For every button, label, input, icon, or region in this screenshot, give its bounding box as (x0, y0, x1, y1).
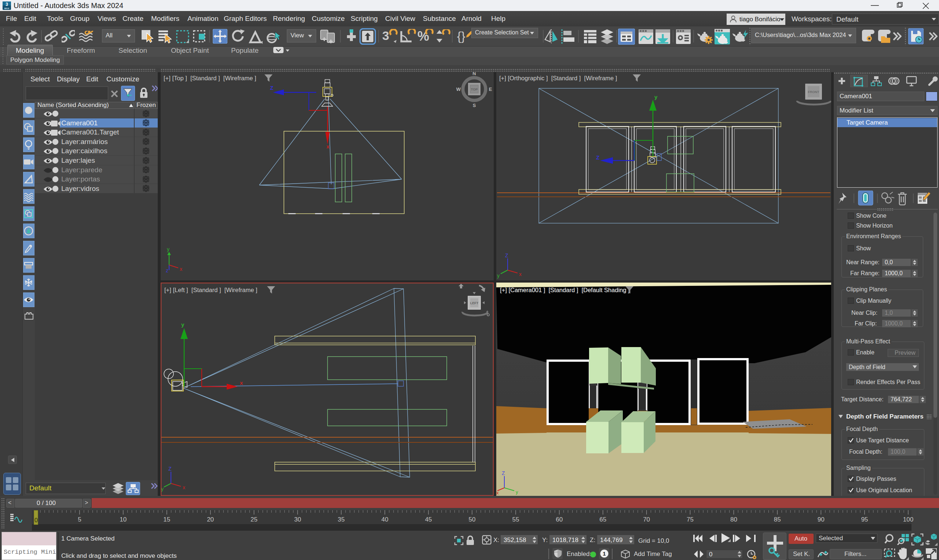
svg-text:x: x (183, 485, 185, 490)
svg-text:y: y (167, 246, 170, 252)
svg-text:40: 40 (381, 516, 389, 523)
svg-text:Z: Z (505, 252, 508, 258)
svg-text:Z: Z (270, 85, 273, 91)
svg-text:x: x (496, 490, 499, 495)
svg-text:70: 70 (643, 516, 650, 523)
svg-text:100: 100 (903, 516, 913, 523)
svg-text:x: x (240, 380, 243, 386)
svg-text:y: y (654, 94, 658, 100)
svg-text:50: 50 (469, 516, 476, 523)
svg-text:LEFT: LEFT (470, 301, 479, 305)
svg-text:45: 45 (425, 516, 432, 523)
svg-text:S: S (473, 103, 476, 108)
svg-text:35: 35 (338, 516, 345, 523)
svg-text:65: 65 (599, 516, 606, 523)
svg-text:TOP: TOP (471, 88, 478, 91)
svg-text:20: 20 (207, 516, 214, 523)
svg-text:75: 75 (687, 516, 694, 523)
svg-text:{}: {} (457, 29, 466, 43)
svg-text:25: 25 (251, 516, 257, 523)
svg-text:x: x (180, 266, 182, 272)
svg-text:MAX: MAX (5, 7, 9, 9)
svg-text:90: 90 (817, 516, 825, 523)
svg-text:z: z (166, 268, 168, 274)
svg-text:Z: Z (596, 154, 599, 160)
svg-text:55: 55 (512, 516, 519, 523)
svg-text:N: N (472, 72, 476, 76)
svg-text:95: 95 (861, 516, 868, 523)
svg-text:30: 30 (294, 516, 301, 523)
svg-text:10: 10 (120, 516, 126, 523)
svg-text:[+] [Camera001 ] [Standard ]: [+] [Camera001 ] [Standard ] [Default Sh… (500, 286, 630, 293)
svg-text:W: W (456, 86, 461, 92)
svg-text:1: 1 (603, 551, 606, 557)
svg-text:y: y (516, 489, 518, 495)
svg-text:[+] [Top ] [Standard ] [Wire: [+] [Top ] [Standard ] [Wireframe ] (163, 75, 256, 82)
svg-text:3: 3 (382, 29, 389, 43)
svg-text:%: % (418, 29, 429, 44)
svg-text:[+] [Orthographic ] [Standard: [+] [Orthographic ] [Standard ] [Wirefra… (499, 75, 617, 82)
svg-text:[+] [Left ] [Standard ] [Wir: [+] [Left ] [Standard ] [Wireframe ] (164, 286, 257, 293)
svg-text:3: 3 (6, 2, 8, 7)
svg-text:y: y (497, 273, 500, 278)
svg-text:E: E (489, 86, 492, 92)
svg-text:5: 5 (78, 516, 81, 523)
svg-text:Z: Z (502, 470, 505, 476)
svg-text:85: 85 (774, 516, 781, 523)
svg-text:FRONT: FRONT (808, 90, 819, 94)
svg-text:80: 80 (730, 516, 737, 523)
svg-text:15: 15 (163, 516, 170, 523)
svg-text:60: 60 (556, 516, 563, 523)
svg-text:Z: Z (168, 466, 172, 472)
svg-text:x: x (519, 271, 521, 277)
svg-text:x: x (327, 144, 329, 149)
svg-text:y: y (181, 322, 185, 328)
